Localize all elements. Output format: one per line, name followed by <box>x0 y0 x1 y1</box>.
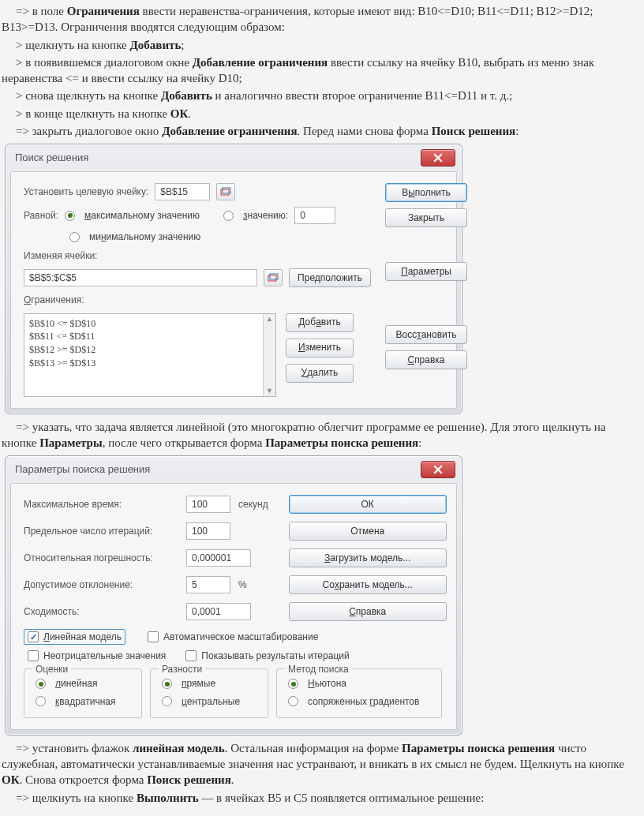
prec-label: Относительная погрешность: <box>24 552 178 564</box>
radio-max[interactable] <box>65 211 75 221</box>
chk-autoscale[interactable] <box>148 631 159 642</box>
tol-label: Допустимое отклонение: <box>24 578 178 591</box>
constraint-row[interactable]: $B$11 <= $D$11 <box>29 330 271 343</box>
target-ref-button[interactable] <box>216 183 235 200</box>
chk-nonneg-label: Неотрицательные значения <box>43 649 166 662</box>
add-button[interactable]: Добавить <box>286 313 354 332</box>
max-time-input[interactable]: 100 <box>186 496 230 513</box>
constraint-row[interactable]: $B$13 >= $D$13 <box>29 357 271 370</box>
changing-ref-button[interactable] <box>264 269 283 286</box>
chk-autoscale-label: Автоматическое масштабирование <box>163 631 318 643</box>
close-button[interactable] <box>421 149 455 167</box>
chk-showiter-label: Показывать результаты итераций <box>201 649 349 662</box>
para-3: > в появившемся диалоговом окне Добавлен… <box>2 54 642 87</box>
constraint-row[interactable]: $B$12 >= $D$12 <box>29 343 271 357</box>
edit-button[interactable]: Изменить <box>286 339 354 357</box>
close-button[interactable] <box>421 461 455 478</box>
iter-label: Предельное число итераций: <box>24 525 178 537</box>
help-button[interactable]: Справка <box>385 350 467 369</box>
params-button[interactable]: Параметры <box>385 262 467 281</box>
conv-input[interactable]: 0,0001 <box>186 603 251 620</box>
target-label: Установить целевую ячейку: <box>24 185 148 198</box>
save-model-button[interactable]: Сохранить модель... <box>289 575 447 594</box>
prec-input[interactable]: 0,000001 <box>186 549 251 567</box>
delete-button[interactable]: Удалить <box>286 364 354 383</box>
changing-cells-input[interactable]: $B$5:$C$5 <box>24 269 257 286</box>
close-icon <box>433 153 443 163</box>
tol-input[interactable]: 5 <box>186 576 230 593</box>
seconds-label: секунд <box>238 498 268 511</box>
help-button[interactable]: Справка <box>289 602 447 621</box>
close-icon <box>433 465 443 474</box>
collapse-icon <box>220 187 231 197</box>
params-title: Параметры поиска решения <box>15 462 150 477</box>
para-5: > в конце щелкнуть на кнопке ОК. <box>2 106 642 122</box>
constraint-row[interactable]: $B$10 <= $D$10 <box>29 317 271 331</box>
value-input[interactable]: 0 <box>294 207 335 224</box>
restore-button[interactable]: Восстановить <box>385 325 467 344</box>
collapse-icon <box>268 273 279 283</box>
chk-showiter[interactable] <box>185 650 197 661</box>
radio-method-newton[interactable] <box>288 679 298 689</box>
para-9: => щелкнуть на кнопке Выполнить — в ячей… <box>2 790 642 806</box>
radio-min-label: минимальному значению <box>89 230 200 243</box>
group-method: Метод поиска Ньютона сопряженных градиен… <box>276 668 442 717</box>
solver-dialog: Поиск решения Установить целевую ячейку:… <box>5 144 462 414</box>
ok-button[interactable]: ОК <box>289 495 447 514</box>
percent-label: % <box>238 578 247 591</box>
para-7: => указать, что задача является линейной… <box>2 419 642 451</box>
max-time-label: Максимальное время: <box>24 498 178 511</box>
para-8: => установить флажок линейная модель. Ос… <box>2 740 642 788</box>
chk-nonneg[interactable] <box>28 650 39 661</box>
para-1: => в поле Ограничения ввести неравенства… <box>2 3 642 36</box>
params-titlebar: Параметры поиска решения <box>6 456 462 481</box>
conv-label: Сходимость: <box>24 605 178 618</box>
solver-title: Поиск решения <box>15 151 88 165</box>
scrollbar[interactable]: ▲▼ <box>263 314 275 396</box>
predict-button[interactable]: Предположить <box>289 268 371 287</box>
radio-max-label: максимальному значению <box>84 209 200 222</box>
solver-titlebar: Поиск решения <box>6 144 462 170</box>
radio-min[interactable] <box>69 232 80 242</box>
para-6: => закрыть диалоговое окно Добавление ог… <box>2 123 642 139</box>
para-4: > снова щелкнуть на кнопке Добавить и ан… <box>2 88 642 103</box>
para-2: > щелкнуть на кнопке Добавить; <box>2 37 642 53</box>
run-button[interactable]: Выполнить <box>385 183 467 202</box>
equal-label: Равной: <box>24 209 58 222</box>
radio-est-linear[interactable] <box>36 679 46 689</box>
changing-label: Изменяя ячейки: <box>24 249 97 262</box>
load-model-button[interactable]: Загрузить модель... <box>289 548 447 567</box>
close-dialog-button[interactable]: Закрыть <box>385 208 467 227</box>
group-estimates: Оценки линейная квадратичная <box>24 668 142 717</box>
iter-input[interactable]: 100 <box>186 522 230 540</box>
chk-linear-label: Линейная модель <box>43 631 122 643</box>
radio-est-quad[interactable] <box>36 696 46 706</box>
radio-method-conj[interactable] <box>288 696 298 706</box>
target-cell-input[interactable]: $B$15 <box>155 183 210 200</box>
radio-value[interactable] <box>223 211 234 221</box>
params-dialog: Параметры поиска решения Максимальное вр… <box>5 455 462 736</box>
radio-diff-fwd[interactable] <box>162 679 172 689</box>
constraints-label: Ограничения: <box>24 294 84 306</box>
chk-linear[interactable]: ✓ <box>28 631 39 642</box>
radio-value-label: значению: <box>243 209 288 222</box>
radio-diff-cen[interactable] <box>162 696 172 706</box>
constraints-listbox[interactable]: $B$10 <= $D$10 $B$11 <= $D$11 $B$12 >= $… <box>24 313 276 397</box>
group-diffs: Разности прямые центральные <box>150 668 268 717</box>
cancel-button[interactable]: Отмена <box>289 522 447 541</box>
